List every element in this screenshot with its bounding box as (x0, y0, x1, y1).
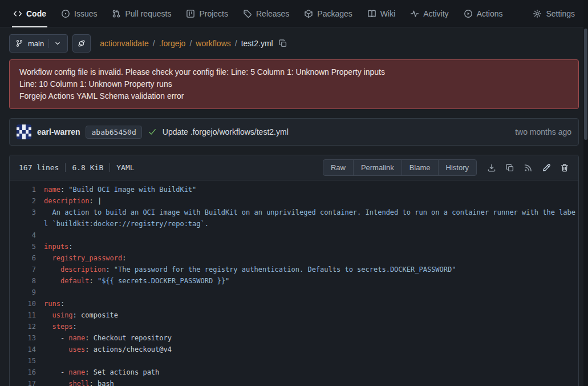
nav-tab-label: Settings (546, 9, 575, 18)
nav-tab-issues[interactable]: Issues (54, 0, 104, 27)
copy-path-button[interactable] (278, 39, 287, 48)
code-line: 7 description: "The password for the reg… (10, 264, 578, 275)
nav-tab-label: Actions (477, 9, 503, 18)
scrollbar[interactable] (583, 0, 588, 386)
git-compare-icon (78, 39, 86, 47)
breadcrumb-test2-yml: test2.yml (241, 39, 273, 48)
branch-selector[interactable]: main (9, 34, 68, 53)
line-number[interactable]: 13 (10, 332, 44, 344)
nav-tab-label: Wiki (380, 9, 395, 18)
code-line: 6 registry_password: (10, 252, 578, 264)
nav-tab-activity[interactable]: Activity (403, 0, 456, 27)
nav-tab-label: Packages (317, 9, 352, 18)
commit-time: two months ago (515, 127, 571, 136)
view-button-history[interactable]: History (438, 159, 477, 176)
download-icon (487, 163, 496, 172)
line-number[interactable]: 3 (10, 207, 44, 230)
file-view: 167 lines 6.8 KiB YAML RawPermalinkBlame… (9, 155, 579, 386)
code-line: 12 steps: (10, 321, 578, 332)
copy-icon (505, 163, 514, 172)
file-size: 6.8 KiB (72, 163, 103, 172)
code-line: 10runs: (10, 298, 578, 309)
error-line: Forgejo Actions YAML Schema validation e… (19, 90, 569, 102)
file-language: YAML (116, 163, 134, 172)
trash-icon (560, 163, 569, 172)
nav-tab-packages[interactable]: Packages (297, 0, 359, 27)
nav-tab-releases[interactable]: Releases (236, 0, 297, 27)
line-number[interactable]: 17 (10, 378, 44, 386)
line-number[interactable]: 9 (10, 287, 44, 298)
code-line: 8 default: "${{ secrets.DOCKER_PASSWORD … (10, 275, 578, 287)
line-number[interactable]: 12 (10, 321, 44, 332)
nav-tab-actions[interactable]: Actions (456, 0, 510, 27)
check-icon[interactable] (148, 127, 157, 136)
code-text: uses: actions/checkout@v4 (44, 344, 578, 355)
scrollbar-thumb[interactable] (584, 29, 587, 140)
commit-message[interactable]: Update .forgejo/workflows/test2.yml (163, 127, 289, 136)
line-number[interactable]: 14 (10, 344, 44, 355)
nav-tab-wiki[interactable]: Wiki (360, 0, 403, 27)
download-button[interactable] (484, 160, 500, 176)
line-number[interactable]: 2 (10, 195, 44, 207)
line-number[interactable]: 16 (10, 367, 44, 378)
meta-divider (110, 163, 110, 172)
commit-author[interactable]: earl-warren (37, 127, 80, 136)
git-pull-request-icon (112, 9, 121, 18)
code-view: 1name: "Build OCI Image with BuildKit"2d… (10, 180, 578, 386)
nav-tab-pull-requests[interactable]: Pull requests (104, 0, 179, 27)
book-icon (367, 9, 376, 18)
code-text: description: "The password for the regis… (44, 264, 578, 275)
line-number[interactable]: 11 (10, 309, 44, 321)
pulse-icon (410, 9, 419, 18)
line-number[interactable]: 5 (10, 241, 44, 252)
file-meta: 167 lines 6.8 KiB YAML (15, 163, 135, 172)
code-line: 2description: | (10, 195, 578, 207)
code-line: 1name: "Build OCI Image with BuildKit" (10, 184, 578, 195)
code-text: shell: bash (44, 378, 578, 386)
view-button-blame[interactable]: Blame (402, 159, 439, 176)
view-button-raw[interactable]: Raw (323, 159, 354, 176)
copy-content-button[interactable] (502, 160, 518, 176)
edit-button[interactable] (538, 160, 554, 176)
tag-icon (243, 9, 252, 18)
meta-divider (65, 163, 66, 172)
error-line: Line: 10 Column 1: Unknown Property runs (19, 78, 569, 90)
code-line: 11 using: composite (10, 309, 578, 321)
code-text: runs: (44, 298, 578, 309)
avatar[interactable] (17, 124, 31, 139)
code-text: - name: Set actions path (44, 367, 578, 378)
line-number[interactable]: 8 (10, 275, 44, 287)
rss-feed-button[interactable] (520, 160, 536, 176)
nav-tabs: CodeIssuesPull requestsProjectsReleasesP… (6, 0, 582, 27)
nav-tab-label: Activity (423, 9, 448, 18)
code-text: steps: (44, 321, 578, 332)
package-icon (304, 9, 313, 18)
breadcrumb-actionvalidate[interactable]: actionvalidate (100, 39, 149, 48)
nav-tab-projects[interactable]: Projects (179, 0, 236, 27)
breadcrumb-separator: / (153, 39, 155, 48)
commit-sha-button[interactable]: abab65450d (86, 126, 141, 139)
line-number[interactable]: 1 (10, 184, 44, 195)
code-text: using: composite (44, 309, 578, 321)
code-text (44, 287, 578, 298)
delete-button[interactable] (557, 160, 573, 176)
line-number[interactable]: 6 (10, 252, 44, 264)
view-button-permalink[interactable]: Permalink (353, 159, 402, 176)
identicon (17, 124, 31, 139)
code-icon (13, 9, 22, 18)
line-number[interactable]: 7 (10, 264, 44, 275)
breadcrumb-workflows[interactable]: workflows (196, 39, 230, 48)
compare-button[interactable] (72, 34, 91, 53)
nav-tab-label: Releases (256, 9, 289, 18)
nav-tab-code[interactable]: Code (6, 0, 54, 27)
top-navigation: CodeIssuesPull requestsProjectsReleasesP… (0, 0, 588, 27)
line-number[interactable]: 4 (10, 230, 44, 241)
line-number[interactable]: 10 (10, 298, 44, 309)
code-text: name: "Build OCI Image with BuildKit" (44, 184, 578, 195)
view-buttons: RawPermalinkBlameHistory (323, 159, 477, 176)
nav-tab-label: Projects (199, 9, 228, 18)
breadcrumb--forgejo[interactable]: .forgejo (159, 39, 186, 48)
nav-tab-settings[interactable]: Settings (525, 0, 582, 27)
line-number[interactable]: 15 (10, 355, 44, 367)
code-line: 5inputs: (10, 241, 578, 252)
